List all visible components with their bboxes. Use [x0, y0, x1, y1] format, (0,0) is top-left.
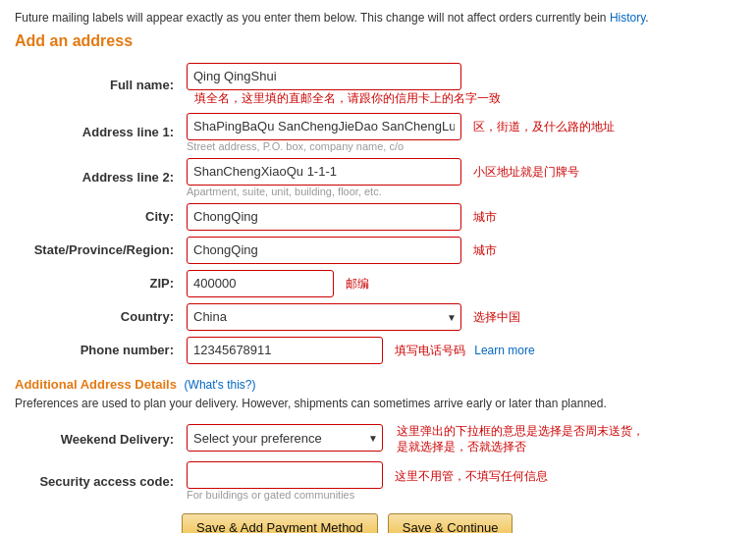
city-input-cell: 城市 — [182, 200, 741, 234]
state-label: State/Province/Region: — [15, 234, 182, 267]
address-form: Full name: 填全名，这里填的直邮全名，请跟你的信用卡上的名字一致 Ad… — [15, 60, 741, 367]
city-row: City: 城市 — [15, 200, 741, 234]
security-annotation: 这里不用管，不填写任何信息 — [395, 468, 548, 485]
country-label: Country: — [15, 300, 182, 334]
country-select-wrapper: China United States Japan Other ▼ — [187, 303, 461, 331]
whats-this-link[interactable]: (What's this?) — [185, 378, 256, 392]
address2-input-cell: 小区地址就是门牌号 Apartment, suite, unit, buildi… — [182, 155, 741, 200]
country-annotation: 选择中国 — [473, 309, 520, 326]
weekend-input-cell: Select your preference Yes No ▼ 这里弹出的下拉框… — [182, 420, 741, 459]
address1-hint: Street address, P.O. box, company name, … — [187, 140, 736, 152]
weekend-label: Weekend Delivery: — [15, 420, 182, 459]
add-address-title: Add an address — [15, 32, 741, 50]
zip-label: ZIP: — [15, 267, 182, 300]
city-input[interactable] — [187, 203, 461, 231]
weekend-row: Weekend Delivery: Select your preference… — [15, 420, 741, 459]
weekend-select[interactable]: Select your preference Yes No — [187, 424, 383, 452]
full-name-label: Full name: — [15, 60, 182, 110]
address1-annotation: 区，街道，及什么路的地址 — [473, 119, 615, 135]
security-input[interactable] — [187, 461, 383, 489]
address2-row: Address line 2: 小区地址就是门牌号 Apartment, sui… — [15, 155, 741, 200]
buttons-row: Save & Add Payment Method Save & Continu… — [182, 513, 741, 533]
address1-input[interactable] — [187, 113, 461, 140]
phone-input-cell: 填写电话号码 Learn more — [182, 334, 741, 367]
top-notice: Future mailing labels will appear exactl… — [15, 10, 741, 27]
phone-annotation: 填写电话号码 — [395, 343, 465, 359]
zip-row: ZIP: 邮编 — [15, 267, 741, 300]
address1-row: Address line 1: 区，街道，及什么路的地址 Street addr… — [15, 110, 741, 155]
additional-title: Additional Address Details — [15, 377, 177, 392]
pref-note: Preferences are used to plan your delive… — [15, 396, 741, 412]
address2-hint: Apartment, suite, unit, building, floor,… — [187, 186, 736, 197]
security-label: Security access code: — [15, 458, 182, 504]
phone-label: Phone number: — [15, 334, 182, 367]
security-row: Security access code: 这里不用管，不填写任何信息 For … — [15, 458, 741, 504]
full-name-input-cell: 填全名，这里填的直邮全名，请跟你的信用卡上的名字一致 — [182, 60, 741, 110]
security-input-cell: 这里不用管，不填写任何信息 For buildings or gated com… — [182, 458, 741, 504]
security-hint: For buildings or gated communities — [187, 489, 736, 501]
city-annotation: 城市 — [473, 209, 497, 226]
save-add-button[interactable]: Save & Add Payment Method — [182, 513, 378, 533]
save-continue-button[interactable]: Save & Continue — [388, 513, 513, 533]
zip-input-cell: 邮编 — [182, 267, 741, 300]
state-row: State/Province/Region: 城市 — [15, 234, 741, 267]
additional-section: Additional Address Details (What's this?… — [15, 377, 741, 504]
phone-row: Phone number: 填写电话号码 Learn more — [15, 334, 741, 367]
city-label: City: — [15, 200, 182, 234]
phone-learn-more[interactable]: Learn more — [474, 344, 534, 357]
address2-input[interactable] — [187, 158, 461, 186]
country-select[interactable]: China United States Japan Other — [187, 303, 461, 331]
country-row: Country: China United States Japan Other… — [15, 300, 741, 334]
address1-input-cell: 区，街道，及什么路的地址 Street address, P.O. box, c… — [182, 110, 741, 155]
address2-label: Address line 2: — [15, 155, 182, 200]
phone-input[interactable] — [187, 337, 383, 364]
full-name-row: Full name: 填全名，这里填的直邮全名，请跟你的信用卡上的名字一致 — [15, 60, 741, 110]
address1-label: Address line 1: — [15, 110, 182, 155]
history-link[interactable]: History — [610, 11, 645, 25]
notice-text: Future mailing labels will appear exactl… — [15, 11, 607, 25]
full-name-input[interactable] — [187, 63, 461, 90]
zip-annotation: 邮编 — [346, 276, 369, 293]
zip-input[interactable] — [187, 270, 334, 297]
full-name-annotation: 填全名，这里填的直邮全名，请跟你的信用卡上的名字一致 — [194, 90, 501, 107]
weekend-annotation: 这里弹出的下拉框的意思是选择是否周末送货，是就选择是，否就选择否 — [397, 423, 644, 456]
weekend-select-wrapper: Select your preference Yes No ▼ — [187, 424, 383, 452]
country-input-cell: China United States Japan Other ▼ 选择中国 — [182, 300, 741, 334]
additional-form: Weekend Delivery: Select your preference… — [15, 420, 741, 505]
state-input[interactable] — [187, 237, 461, 264]
state-input-cell: 城市 — [182, 234, 741, 267]
address2-annotation: 小区地址就是门牌号 — [473, 164, 579, 181]
state-annotation: 城市 — [473, 242, 497, 259]
